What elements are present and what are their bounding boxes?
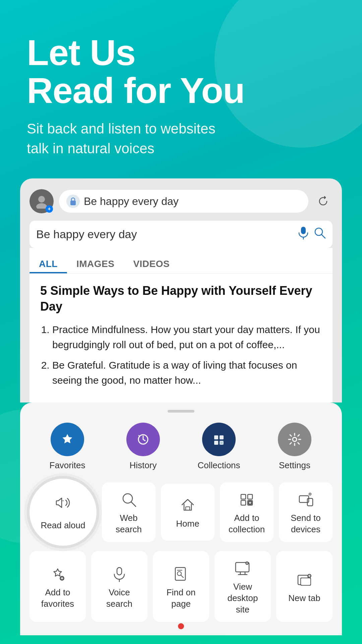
content-title: 5 Simple Ways to Be Happy with Yourself … <box>40 283 322 315</box>
find-page-label: Find onpage <box>167 587 196 610</box>
send-devices-label: Send todevices <box>291 513 321 535</box>
menu-item-history[interactable]: History <box>113 423 173 471</box>
svg-rect-2 <box>70 201 76 205</box>
new-tab-label: New tab <box>288 593 320 604</box>
svg-rect-18 <box>248 494 252 499</box>
menu-item-read-aloud[interactable]: Read aloud <box>29 479 97 546</box>
voice-search-label: Voicesearch <box>106 587 132 610</box>
desktop-site-label: Viewdesktopsite <box>227 581 258 615</box>
menu-item-collections[interactable]: Collections <box>189 423 249 471</box>
content-card: 5 Simple Ways to Be Happy with Yourself … <box>29 273 333 402</box>
browser-top-bar: + Be happy every day <box>29 189 333 213</box>
send-devices-icon <box>297 491 314 508</box>
add-favorites-label: Add tofavorites <box>41 587 74 610</box>
menu-item-settings[interactable]: Settings <box>264 423 325 471</box>
menu-item-home[interactable]: Home <box>161 484 215 541</box>
web-search-label: Web search <box>107 513 150 535</box>
svg-point-0 <box>38 196 45 203</box>
search-icon[interactable] <box>314 227 326 242</box>
svg-rect-16 <box>186 507 190 510</box>
search-tabs: ALL IMAGES VIDEOS <box>29 248 333 273</box>
list-item: Be Grateful. Gratitude is a way of livin… <box>52 358 322 388</box>
svg-line-30 <box>181 575 183 578</box>
top-menu-row: Favorites History <box>29 423 333 471</box>
tab-images[interactable]: IMAGES <box>67 255 124 273</box>
hero-subtitle: Sit back and listen to websitestalk in n… <box>27 119 335 159</box>
microphone-icon[interactable] <box>298 226 309 243</box>
home-icon <box>179 497 196 514</box>
svg-rect-26 <box>117 568 122 575</box>
search-bar[interactable]: Be happy every day <box>29 221 333 248</box>
svg-point-1 <box>36 203 47 209</box>
menu-item-send-devices[interactable]: Send todevices <box>279 482 333 542</box>
bottom-sheet: Favorites History <box>20 402 342 635</box>
svg-line-15 <box>131 502 136 506</box>
hero-title: Let UsRead for You <box>27 34 335 110</box>
avatar[interactable]: + <box>29 189 54 213</box>
home-label: Home <box>176 518 199 530</box>
browser-mockup: + Be happy every day Be happy every day <box>20 178 342 402</box>
tab-all[interactable]: ALL <box>29 255 67 273</box>
history-icon <box>126 423 160 456</box>
content-list: Practice Mindfulness. How you start your… <box>40 322 322 388</box>
settings-label: Settings <box>279 460 310 471</box>
menu-item-find-page[interactable]: Find onpage <box>153 551 209 622</box>
read-aloud-label: Read aloud <box>41 520 85 531</box>
svg-rect-17 <box>241 494 246 499</box>
svg-line-6 <box>321 234 325 238</box>
add-collection-icon <box>238 491 255 508</box>
read-aloud-icon <box>54 493 72 516</box>
list-item: Practice Mindfulness. How you start your… <box>52 322 322 352</box>
refresh-button[interactable] <box>314 192 333 211</box>
svg-rect-19 <box>241 500 246 505</box>
collections-icon <box>202 423 236 456</box>
drag-handle[interactable] <box>168 410 194 413</box>
new-tab-icon <box>296 571 313 588</box>
settings-icon <box>278 423 311 456</box>
svg-rect-8 <box>214 435 218 439</box>
search-text: Be happy every day <box>36 228 293 241</box>
svg-point-13 <box>293 437 297 441</box>
find-page-icon <box>173 566 189 582</box>
url-bar[interactable]: Be happy every day <box>59 190 308 213</box>
menu-row-2: Add tofavorites Voicesearch <box>29 551 333 622</box>
hero-section: Let UsRead for You Sit back and listen t… <box>0 0 362 172</box>
red-dot-indicator <box>178 623 184 629</box>
svg-rect-28 <box>175 568 185 580</box>
menu-item-add-favorites[interactable]: Add tofavorites <box>29 551 86 622</box>
avatar-plus: + <box>46 205 53 213</box>
collections-label: Collections <box>197 460 240 471</box>
url-text: Be happy every day <box>84 195 179 208</box>
web-search-icon <box>120 491 137 508</box>
menu-row-1: Read aloud Web search Home <box>29 479 333 546</box>
history-label: History <box>130 460 157 471</box>
svg-point-29 <box>177 572 181 576</box>
favorites-icon <box>51 423 84 456</box>
desktop-site-icon <box>234 560 251 577</box>
lock-icon <box>66 195 80 208</box>
voice-search-icon <box>111 566 128 582</box>
menu-item-add-collection[interactable]: Add tocollection <box>220 482 274 542</box>
tab-videos[interactable]: VIDEOS <box>124 255 179 273</box>
svg-rect-38 <box>301 578 311 585</box>
menu-item-favorites[interactable]: Favorites <box>37 423 98 471</box>
add-collection-label: Add tocollection <box>229 513 265 535</box>
svg-rect-3 <box>301 227 306 234</box>
svg-rect-9 <box>220 435 224 439</box>
menu-item-voice-search[interactable]: Voicesearch <box>91 551 147 622</box>
menu-item-new-tab[interactable]: New tab <box>276 551 333 622</box>
add-favorites-icon <box>49 566 66 582</box>
menu-item-desktop-site[interactable]: Viewdesktopsite <box>215 551 271 622</box>
svg-rect-10 <box>214 441 218 445</box>
favorites-label: Favorites <box>50 460 85 471</box>
menu-item-web-search[interactable]: Web search <box>102 482 156 542</box>
